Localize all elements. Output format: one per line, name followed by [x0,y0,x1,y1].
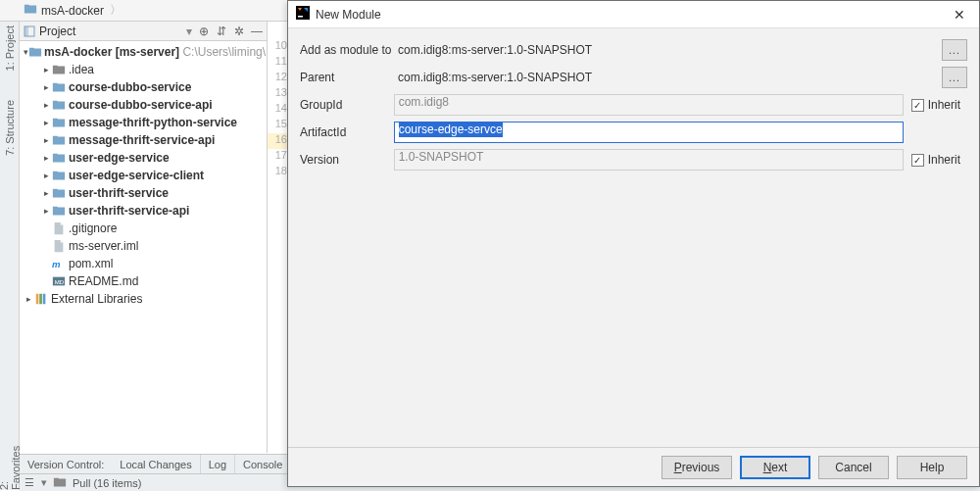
folder-icon [51,169,67,182]
gear-icon[interactable]: ✲ [233,25,245,37]
log-tab[interactable]: Log [201,455,235,474]
inherit-version-checkbox[interactable]: ✓ Inherit [911,153,967,167]
label-artifactid: ArtifactId [300,125,394,139]
label-add-as-module: Add as module to [300,43,398,57]
tree-expand-icon[interactable]: ▸ [41,118,51,127]
tree-item-label: user-thrift-service-api [69,204,189,218]
tree-item[interactable]: .gitignore [20,220,267,237]
tab-structure[interactable]: 7: Structure [4,100,16,156]
tree-item[interactable]: mpom.xml [20,255,267,272]
label-groupid: GroupId [300,98,394,112]
svg-rect-9 [298,16,303,18]
folder-icon [24,2,37,19]
close-button[interactable]: ✕ [948,7,971,23]
folder-icon [51,133,67,147]
tree-expand-icon[interactable]: ▸ [41,100,51,110]
local-changes-tab[interactable]: Local Changes [112,455,200,474]
folder-icon [51,116,67,129]
browse-parent-button[interactable]: ... [942,67,967,88]
dialog-footer: Previous Next Cancel Help [288,447,979,486]
project-panel-header: Project ▾ ⊕ ⇵ ✲ — [20,22,267,41]
console-tab[interactable]: Console [235,455,291,474]
tree-item[interactable]: ▸user-edge-service-client [20,167,267,184]
tree-expand-icon[interactable]: ▸ [41,135,51,145]
tree-item[interactable]: ▸.idea [20,61,267,78]
inherit-label: Inherit [928,153,960,167]
tree-expand-icon[interactable]: ▸ [41,171,51,180]
tree-item[interactable]: ▸message-thrift-python-service [20,114,267,131]
project-tool-window: Project ▾ ⊕ ⇵ ✲ — ▾ msA-docker [ms-serve… [20,22,268,453]
tree-expand-icon[interactable]: ▸ [41,206,51,216]
external-libraries-label: External Libraries [51,292,142,306]
folder-icon [51,63,67,76]
hide-icon[interactable]: — [251,25,263,37]
tree-item-label: user-edge-service [69,151,170,165]
tree-root-path: C:\Users\liming\De [182,45,267,59]
tree-item[interactable]: ms-server.iml [20,237,267,255]
file-icon [51,239,67,253]
tree-item[interactable]: ▸user-thrift-service-api [20,202,267,220]
tree-item-label: README.md [69,274,138,288]
tree-item-label: .gitignore [69,221,117,235]
intellij-icon [296,6,310,23]
cancel-button[interactable]: Cancel [818,456,889,479]
check-icon: ✓ [911,99,924,112]
target-icon[interactable]: ⊕ [198,25,210,37]
tree-expand-icon[interactable]: ▸ [41,188,51,198]
artifactid-input[interactable]: course-edge-servce [394,122,904,143]
inherit-groupid-checkbox[interactable]: ✓ Inherit [911,98,967,112]
inherit-label: Inherit [928,98,960,112]
next-button[interactable]: Next [740,456,810,479]
folder-icon [51,98,67,112]
vcs-tab-label[interactable]: Version Control: [20,455,112,474]
version-input: 1.0-SNAPSHOT [394,149,904,171]
tree-item[interactable]: MDREADME.md [20,272,267,290]
project-panel-title: Project [39,25,75,38]
tree-expand-icon[interactable]: ▸ [41,153,51,163]
svg-text:m: m [52,259,61,270]
status-icon[interactable]: ☰ [24,477,35,489]
folder-icon [53,475,67,491]
tab-favorites[interactable]: 2: Favorites [0,435,22,490]
dropdown-arrow-icon[interactable]: ▾ [186,25,192,38]
tree-item[interactable]: ▸course-dubbo-service-api [20,96,267,114]
folder-icon [51,204,67,218]
tree-item-label: pom.xml [69,257,113,270]
maven-icon: m [51,257,67,270]
svg-rect-5 [36,294,39,305]
folder-icon [28,45,42,59]
project-view-icon [24,25,35,37]
tree-item[interactable]: ▸user-thrift-service [20,184,267,202]
svg-rect-6 [39,294,42,305]
svg-rect-1 [24,26,28,36]
dialog-title-bar: New Module ✕ [288,1,979,28]
tree-item[interactable]: ▸course-dubbo-service [20,78,267,96]
previous-button[interactable]: Previous [662,456,732,479]
status-pull-label[interactable]: Pull (16 items) [73,477,141,489]
tree-item[interactable]: ▸user-edge-service [20,149,267,167]
tree-expand-icon[interactable]: ▸ [24,294,33,304]
dialog-title: New Module [316,8,381,22]
value-parent: com.idig8:ms-server:1.0-SNAPSHOT [398,71,934,84]
value-add-as-module: com.idig8:ms-server:1.0-SNAPSHOT [398,43,934,57]
breadcrumb-item[interactable]: msA-docker [20,2,108,19]
folder-icon [51,80,67,94]
tab-project[interactable]: 1: Project [4,25,16,71]
tree-expand-icon[interactable]: ▸ [41,65,51,74]
breadcrumb-label: msA-docker [41,4,104,18]
project-tree[interactable]: ▾ msA-docker [ms-server] C:\Users\liming… [20,41,267,453]
tree-expand-icon[interactable]: ▸ [41,82,51,92]
tree-item-label: user-thrift-service [69,186,169,200]
dialog-body: Add as module to com.idig8:ms-server:1.0… [288,28,979,447]
collapse-icon[interactable]: ⇵ [216,25,227,37]
tree-item[interactable]: ▸message-thrift-service-api [20,131,267,149]
tree-root-module: [ms-server] [116,45,179,59]
tree-item-label: message-thrift-service-api [69,133,215,147]
check-icon: ✓ [911,154,924,167]
chevron-down-icon[interactable]: ▾ [41,476,47,489]
browse-module-button[interactable]: ... [942,39,967,61]
tree-item-label: message-thrift-python-service [69,116,237,129]
tree-item-label: ms-server.iml [69,239,138,253]
tree-root-name: msA-docker [44,45,112,59]
help-button[interactable]: Help [897,456,967,479]
